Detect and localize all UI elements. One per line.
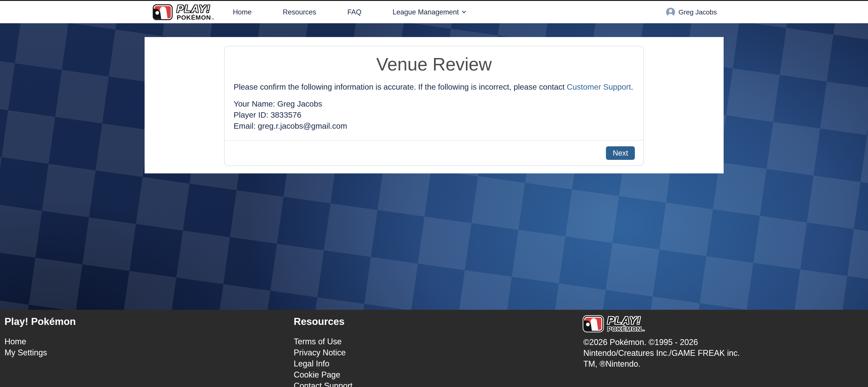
nav-faq-label: FAQ (347, 8, 362, 16)
nav-item-faq[interactable]: FAQ (347, 8, 362, 16)
logo-play-text: PLAY! (607, 315, 645, 326)
logo-text: PLAY! POKÉMON ™ (177, 4, 214, 21)
field-your-name: Your Name: Greg Jacobs (234, 98, 634, 109)
next-button[interactable]: Next (606, 146, 635, 160)
footer-link-privacy-notice[interactable]: Privacy Notice (294, 347, 352, 358)
nav-league-management-label: League Management (393, 8, 459, 16)
play-pokemon-logo[interactable]: PLAY! POKÉMON ™ (153, 4, 214, 21)
user-menu[interactable]: Greg Jacobs (666, 8, 717, 17)
intro-text-after: . (631, 83, 633, 91)
logo-pokemon-word: POKÉMON (607, 326, 642, 332)
logo-pokemon-text: POKÉMON ™ (607, 326, 645, 332)
footer-link-legal-info[interactable]: Legal Info (294, 358, 352, 369)
footer-column-resources: Resources Terms of Use Privacy Notice Le… (294, 315, 352, 387)
logo-play-text: PLAY! (177, 4, 214, 14)
header: PLAY! POKÉMON ™ Home Resources FAQ Leagu… (0, 1, 868, 23)
footer-column-play-pokemon: Play! Pokémon Home My Settings (4, 315, 76, 358)
venue-review-card: Venue Review Please confirm the followin… (224, 46, 644, 166)
user-avatar-icon (666, 8, 675, 17)
field-your-name-label: Your Name: (234, 99, 275, 108)
chevron-down-icon (462, 9, 466, 13)
pokeball-trainer-icon (583, 316, 603, 332)
field-email: Email: greg.r.jacobs@gmail.com (234, 120, 634, 131)
footer-column-legal: PLAY! POKÉMON ™ ©2026 Pokémon. ©1995 - 2… (583, 315, 746, 369)
player-info: Your Name: Greg Jacobs Player ID: 383357… (234, 98, 634, 131)
field-email-label: Email: (234, 122, 255, 130)
trademark-symbol: ™ (642, 330, 645, 332)
footer-link-home[interactable]: Home (4, 336, 76, 347)
footer-link-terms-of-use[interactable]: Terms of Use (294, 336, 352, 347)
nav-item-home[interactable]: Home (233, 8, 252, 16)
confirmation-text: Please confirm the following information… (234, 83, 634, 91)
footer: Play! Pokémon Home My Settings Resources… (0, 310, 868, 387)
footer-link-cookie-page[interactable]: Cookie Page (294, 369, 352, 380)
intro-text-before: Please confirm the following information… (234, 83, 567, 91)
pokeball-trainer-icon (153, 4, 173, 20)
checkered-background: Venue Review Please confirm the followin… (0, 23, 868, 310)
field-player-id-value: 3833576 (271, 110, 301, 119)
field-email-value: greg.r.jacobs@gmail.com (258, 122, 347, 130)
copyright-text: ©2026 Pokémon. ©1995 - 2026 Nintendo/Cre… (583, 337, 746, 369)
logo-pokemon-word: POKÉMON (177, 14, 211, 21)
field-player-id: Player ID: 3833576 (234, 109, 634, 120)
field-your-name-value: Greg Jacobs (277, 99, 322, 108)
content-panel: Venue Review Please confirm the followin… (145, 37, 724, 173)
footer-heading-play-pokemon: Play! Pokémon (4, 315, 76, 328)
customer-support-link[interactable]: Customer Support (567, 83, 631, 91)
page-title: Venue Review (224, 54, 644, 75)
trademark-symbol: ™ (212, 18, 214, 21)
card-footer: Next (224, 140, 644, 165)
nav-home-label: Home (233, 8, 252, 16)
logo-pokemon-text: POKÉMON ™ (177, 14, 214, 21)
nav-resources-label: Resources (283, 8, 316, 16)
footer-heading-resources: Resources (294, 315, 352, 328)
user-name: Greg Jacobs (678, 8, 717, 16)
pokeball-icon (586, 323, 590, 326)
field-player-id-label: Player ID: (234, 110, 269, 119)
nav-item-league-management[interactable]: League Management (393, 8, 465, 16)
nav-item-resources[interactable]: Resources (283, 8, 316, 16)
main-nav: Home Resources FAQ League Management (233, 8, 465, 16)
logo-text: PLAY! POKÉMON ™ (607, 315, 645, 332)
footer-play-pokemon-logo: PLAY! POKÉMON ™ (583, 315, 746, 332)
footer-link-my-settings[interactable]: My Settings (4, 347, 76, 358)
footer-link-contact-support[interactable]: Contact Support (294, 380, 352, 387)
pokeball-icon (155, 11, 159, 15)
